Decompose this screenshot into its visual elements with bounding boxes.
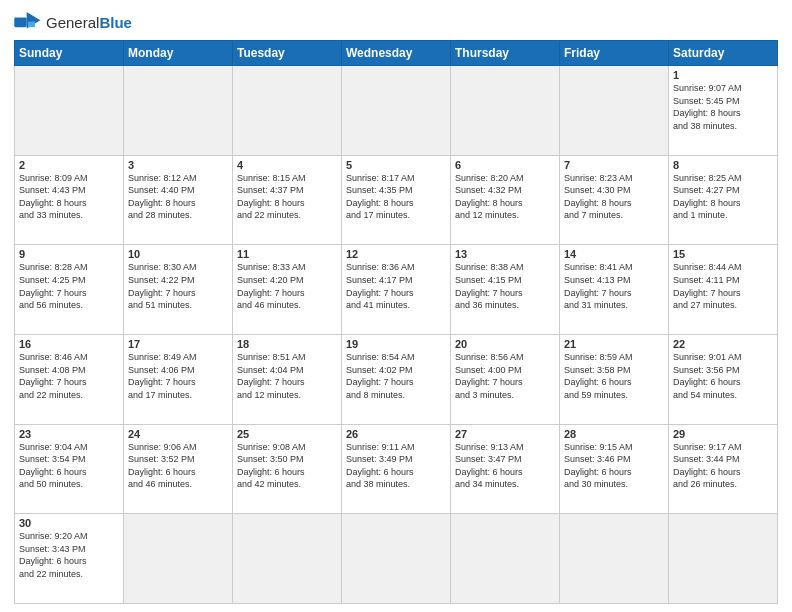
day-info: Sunrise: 8:56 AM Sunset: 4:00 PM Dayligh… — [455, 351, 555, 401]
day-info: Sunrise: 8:44 AM Sunset: 4:11 PM Dayligh… — [673, 261, 773, 311]
calendar-cell: 22Sunrise: 9:01 AM Sunset: 3:56 PM Dayli… — [669, 334, 778, 424]
calendar-cell: 1Sunrise: 9:07 AM Sunset: 5:45 PM Daylig… — [669, 66, 778, 156]
calendar-cell: 7Sunrise: 8:23 AM Sunset: 4:30 PM Daylig… — [560, 155, 669, 245]
day-info: Sunrise: 9:11 AM Sunset: 3:49 PM Dayligh… — [346, 441, 446, 491]
day-number: 6 — [455, 159, 555, 171]
day-number: 2 — [19, 159, 119, 171]
day-info: Sunrise: 9:04 AM Sunset: 3:54 PM Dayligh… — [19, 441, 119, 491]
day-info: Sunrise: 8:09 AM Sunset: 4:43 PM Dayligh… — [19, 172, 119, 222]
calendar-cell — [124, 514, 233, 604]
day-number: 10 — [128, 248, 228, 260]
day-number: 23 — [19, 428, 119, 440]
day-info: Sunrise: 9:13 AM Sunset: 3:47 PM Dayligh… — [455, 441, 555, 491]
day-number: 12 — [346, 248, 446, 260]
calendar-cell — [233, 514, 342, 604]
calendar-week-row: 9Sunrise: 8:28 AM Sunset: 4:25 PM Daylig… — [15, 245, 778, 335]
day-info: Sunrise: 8:41 AM Sunset: 4:13 PM Dayligh… — [564, 261, 664, 311]
day-number: 20 — [455, 338, 555, 350]
day-number: 24 — [128, 428, 228, 440]
weekday-header-wednesday: Wednesday — [342, 41, 451, 66]
calendar-cell — [342, 514, 451, 604]
day-number: 11 — [237, 248, 337, 260]
calendar-cell — [560, 514, 669, 604]
calendar-cell — [124, 66, 233, 156]
day-number: 4 — [237, 159, 337, 171]
calendar-cell: 29Sunrise: 9:17 AM Sunset: 3:44 PM Dayli… — [669, 424, 778, 514]
calendar-cell: 20Sunrise: 8:56 AM Sunset: 4:00 PM Dayli… — [451, 334, 560, 424]
calendar-cell: 9Sunrise: 8:28 AM Sunset: 4:25 PM Daylig… — [15, 245, 124, 335]
day-info: Sunrise: 9:17 AM Sunset: 3:44 PM Dayligh… — [673, 441, 773, 491]
day-number: 9 — [19, 248, 119, 260]
weekday-header-tuesday: Tuesday — [233, 41, 342, 66]
calendar-cell: 25Sunrise: 9:08 AM Sunset: 3:50 PM Dayli… — [233, 424, 342, 514]
calendar-cell: 27Sunrise: 9:13 AM Sunset: 3:47 PM Dayli… — [451, 424, 560, 514]
calendar-cell: 26Sunrise: 9:11 AM Sunset: 3:49 PM Dayli… — [342, 424, 451, 514]
svg-rect-2 — [28, 22, 35, 28]
weekday-header-saturday: Saturday — [669, 41, 778, 66]
calendar-cell: 19Sunrise: 8:54 AM Sunset: 4:02 PM Dayli… — [342, 334, 451, 424]
calendar-cell: 14Sunrise: 8:41 AM Sunset: 4:13 PM Dayli… — [560, 245, 669, 335]
day-info: Sunrise: 8:25 AM Sunset: 4:27 PM Dayligh… — [673, 172, 773, 222]
weekday-header-row: SundayMondayTuesdayWednesdayThursdayFrid… — [15, 41, 778, 66]
day-number: 29 — [673, 428, 773, 440]
day-info: Sunrise: 8:49 AM Sunset: 4:06 PM Dayligh… — [128, 351, 228, 401]
calendar-cell: 24Sunrise: 9:06 AM Sunset: 3:52 PM Dayli… — [124, 424, 233, 514]
weekday-header-monday: Monday — [124, 41, 233, 66]
calendar-cell: 17Sunrise: 8:49 AM Sunset: 4:06 PM Dayli… — [124, 334, 233, 424]
logo: GeneralBlue — [14, 12, 132, 34]
day-info: Sunrise: 8:20 AM Sunset: 4:32 PM Dayligh… — [455, 172, 555, 222]
logo-text: GeneralBlue — [46, 14, 132, 32]
day-number: 27 — [455, 428, 555, 440]
day-number: 16 — [19, 338, 119, 350]
calendar-cell: 4Sunrise: 8:15 AM Sunset: 4:37 PM Daylig… — [233, 155, 342, 245]
day-number: 1 — [673, 69, 773, 81]
day-number: 22 — [673, 338, 773, 350]
calendar-week-row: 16Sunrise: 8:46 AM Sunset: 4:08 PM Dayli… — [15, 334, 778, 424]
calendar-cell: 18Sunrise: 8:51 AM Sunset: 4:04 PM Dayli… — [233, 334, 342, 424]
day-number: 3 — [128, 159, 228, 171]
calendar-week-row: 30Sunrise: 9:20 AM Sunset: 3:43 PM Dayli… — [15, 514, 778, 604]
calendar-cell — [669, 514, 778, 604]
calendar-cell: 13Sunrise: 8:38 AM Sunset: 4:15 PM Dayli… — [451, 245, 560, 335]
calendar-cell — [451, 514, 560, 604]
day-number: 21 — [564, 338, 664, 350]
calendar-cell — [15, 66, 124, 156]
day-info: Sunrise: 8:15 AM Sunset: 4:37 PM Dayligh… — [237, 172, 337, 222]
day-info: Sunrise: 8:30 AM Sunset: 4:22 PM Dayligh… — [128, 261, 228, 311]
weekday-header-sunday: Sunday — [15, 41, 124, 66]
day-number: 8 — [673, 159, 773, 171]
calendar-cell: 15Sunrise: 8:44 AM Sunset: 4:11 PM Dayli… — [669, 245, 778, 335]
calendar-cell: 6Sunrise: 8:20 AM Sunset: 4:32 PM Daylig… — [451, 155, 560, 245]
calendar-cell: 28Sunrise: 9:15 AM Sunset: 3:46 PM Dayli… — [560, 424, 669, 514]
weekday-header-thursday: Thursday — [451, 41, 560, 66]
calendar-week-row: 23Sunrise: 9:04 AM Sunset: 3:54 PM Dayli… — [15, 424, 778, 514]
day-number: 7 — [564, 159, 664, 171]
day-info: Sunrise: 9:15 AM Sunset: 3:46 PM Dayligh… — [564, 441, 664, 491]
calendar-cell — [560, 66, 669, 156]
day-number: 14 — [564, 248, 664, 260]
day-info: Sunrise: 8:23 AM Sunset: 4:30 PM Dayligh… — [564, 172, 664, 222]
calendar-cell: 11Sunrise: 8:33 AM Sunset: 4:20 PM Dayli… — [233, 245, 342, 335]
calendar-table: SundayMondayTuesdayWednesdayThursdayFrid… — [14, 40, 778, 604]
day-number: 25 — [237, 428, 337, 440]
day-info: Sunrise: 8:12 AM Sunset: 4:40 PM Dayligh… — [128, 172, 228, 222]
calendar-week-row: 1Sunrise: 9:07 AM Sunset: 5:45 PM Daylig… — [15, 66, 778, 156]
day-number: 17 — [128, 338, 228, 350]
weekday-header-friday: Friday — [560, 41, 669, 66]
calendar-cell: 10Sunrise: 8:30 AM Sunset: 4:22 PM Dayli… — [124, 245, 233, 335]
calendar-cell: 23Sunrise: 9:04 AM Sunset: 3:54 PM Dayli… — [15, 424, 124, 514]
calendar-cell — [342, 66, 451, 156]
day-info: Sunrise: 9:08 AM Sunset: 3:50 PM Dayligh… — [237, 441, 337, 491]
day-info: Sunrise: 9:01 AM Sunset: 3:56 PM Dayligh… — [673, 351, 773, 401]
day-info: Sunrise: 9:07 AM Sunset: 5:45 PM Dayligh… — [673, 82, 773, 132]
svg-rect-0 — [14, 18, 26, 28]
header: GeneralBlue — [14, 12, 778, 34]
day-info: Sunrise: 8:59 AM Sunset: 3:58 PM Dayligh… — [564, 351, 664, 401]
calendar-cell: 2Sunrise: 8:09 AM Sunset: 4:43 PM Daylig… — [15, 155, 124, 245]
day-number: 18 — [237, 338, 337, 350]
day-info: Sunrise: 8:46 AM Sunset: 4:08 PM Dayligh… — [19, 351, 119, 401]
page: GeneralBlue SundayMondayTuesdayWednesday… — [0, 0, 792, 612]
calendar-cell: 5Sunrise: 8:17 AM Sunset: 4:35 PM Daylig… — [342, 155, 451, 245]
day-number: 26 — [346, 428, 446, 440]
day-info: Sunrise: 9:06 AM Sunset: 3:52 PM Dayligh… — [128, 441, 228, 491]
